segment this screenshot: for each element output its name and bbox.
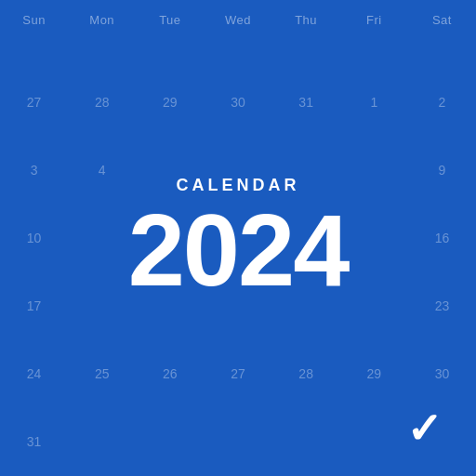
day-cell (272, 136, 340, 204)
day-cell: 4 (68, 136, 136, 204)
day-cell (340, 272, 408, 340)
checkmark-icon: ✓ (406, 407, 443, 450)
day-cell: 27 (204, 340, 271, 408)
day-header-mon: Mon (68, 0, 136, 68)
day-cell: 31 (272, 68, 340, 136)
day-cell (272, 204, 340, 271)
day-cell: 30 (204, 68, 271, 136)
day-cell (136, 204, 204, 271)
day-cell: 31 (0, 408, 68, 476)
day-cell (136, 136, 204, 204)
day-cell (68, 408, 136, 476)
day-cell (204, 136, 271, 204)
day-cell (68, 272, 136, 340)
day-cell (340, 136, 408, 204)
day-cell: 3 (0, 136, 68, 204)
day-headers-row: Sun Mon Tue Wed Thu Fri Sat (0, 0, 476, 68)
day-cell: 9 (408, 136, 476, 204)
day-cell: 10 (0, 204, 68, 271)
day-cell (204, 272, 271, 340)
day-header-wed: Wed (204, 0, 271, 68)
day-cell (136, 408, 204, 476)
calendar-grid: Sun Mon Tue Wed Thu Fri Sat 27 28 29 30 … (0, 0, 476, 476)
day-cell: 2 (408, 68, 476, 136)
day-header-thu: Thu (272, 0, 340, 68)
day-cell: 24 (0, 340, 68, 408)
day-header-fri: Fri (340, 0, 408, 68)
day-cell: 1 (340, 68, 408, 136)
day-cell: 29 (340, 340, 408, 408)
day-header-sun: Sun (0, 0, 68, 68)
day-cell (340, 204, 408, 271)
day-header-sat: Sat (408, 0, 476, 68)
day-cell (340, 408, 408, 476)
day-cell: 17 (0, 272, 68, 340)
day-header-tue: Tue (136, 0, 204, 68)
day-cell (136, 272, 204, 340)
day-cell: 25 (68, 340, 136, 408)
day-cell: 29 (136, 68, 204, 136)
day-cell: 27 (0, 68, 68, 136)
day-cell (204, 408, 271, 476)
day-cell (204, 204, 271, 271)
week-row-2: 3 4 9 (0, 136, 476, 204)
day-cell: 30 (408, 340, 476, 408)
day-cell (272, 272, 340, 340)
day-cell: 28 (272, 340, 340, 408)
day-cell: 23 (408, 272, 476, 340)
day-cell: 16 (408, 204, 476, 271)
day-cell (68, 204, 136, 271)
week-row-5: 24 25 26 27 28 29 30 (0, 340, 476, 408)
day-cell: 26 (136, 340, 204, 408)
week-row-4: 17 23 (0, 272, 476, 340)
day-cell: 28 (68, 68, 136, 136)
day-cell (272, 408, 340, 476)
calendar-app: Sun Mon Tue Wed Thu Fri Sat 27 28 29 30 … (0, 0, 476, 476)
week-row-3: 10 16 (0, 204, 476, 271)
week-row-6: 31 (0, 408, 476, 476)
week-row-1: 27 28 29 30 31 1 2 (0, 68, 476, 136)
